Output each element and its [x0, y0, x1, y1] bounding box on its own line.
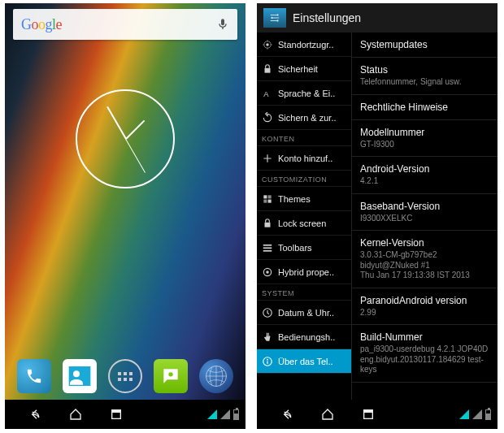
detail-item[interactable]: ParanoidAndroid version2.99 [352, 288, 497, 326]
svg-rect-16 [268, 199, 272, 202]
location-icon [262, 39, 273, 50]
detail-title: Status [360, 64, 489, 76]
phone-settings: Einstellungen Standortzugr.. Sicherheit … [257, 3, 497, 429]
detail-item[interactable]: Build-Nummerpa_i9300-userdebug 4.2.1 JOP… [352, 325, 497, 383]
backup-icon [262, 112, 273, 123]
detail-title: Systemupdates [360, 39, 489, 50]
signal-icon [220, 409, 230, 419]
clock-hour-hand [125, 120, 145, 140]
detail-subtitle: Telefonnummer, Signal usw. [360, 77, 489, 88]
svg-rect-5 [112, 410, 121, 413]
lock-icon [262, 63, 273, 75]
detail-title: ParanoidAndroid version [360, 295, 489, 306]
detail-title: Build-Nummer [360, 331, 489, 343]
settings-item-accessibility[interactable]: Bedienungsh.. [257, 325, 351, 349]
settings-item-language[interactable]: ASprache & Ei.. [257, 81, 351, 106]
detail-subtitle: I9300XXELKC [360, 214, 489, 224]
svg-point-6 [276, 14, 278, 15]
clock-minute-hand [106, 106, 127, 140]
signal-icon [472, 409, 482, 419]
recents-button[interactable] [359, 406, 377, 422]
back-button[interactable] [26, 406, 44, 422]
svg-rect-26 [267, 361, 267, 364]
detail-subtitle: pa_i9300-userdebug 4.2.1 JOP40D eng.bidy… [360, 344, 489, 375]
battery-icon [233, 409, 239, 420]
svg-point-1 [73, 370, 80, 377]
toolbars-icon [262, 242, 273, 253]
settings-detail-list[interactable]: SystemupdatesStatusTelefonnummer, Signal… [351, 32, 497, 400]
detail-item[interactable]: Android-Version4.2.1 [352, 157, 497, 194]
detail-item[interactable]: Kernel-Version3.0.31-CM-gb797be2 bidyut@… [352, 231, 497, 288]
section-header-accounts: KONTEN [257, 130, 351, 146]
settings-item-lockscreen[interactable]: Lock screen [257, 211, 351, 236]
themes-icon [262, 193, 273, 205]
contacts-app-icon[interactable] [63, 359, 97, 393]
detail-subtitle: 4.2.1 [360, 176, 489, 187]
detail-item[interactable]: StatusTelefonnummer, Signal usw. [352, 58, 497, 95]
settings-item-hybrid[interactable]: Hybrid prope.. [257, 260, 351, 284]
settings-item-security[interactable]: Sicherheit [257, 57, 351, 81]
wifi-icon [459, 409, 469, 419]
plus-icon [262, 153, 273, 164]
detail-title: Baseband-Version [360, 201, 489, 212]
svg-rect-11 [265, 67, 271, 72]
settings-item-backup[interactable]: Sichern & zur.. [257, 106, 351, 130]
settings-item-themes[interactable]: Themes [257, 187, 351, 211]
detail-title: Kernel-Version [360, 237, 489, 249]
section-header-customization: CUSTOMIZATION [257, 171, 351, 187]
detail-title: Rechtliche Hinweise [360, 102, 489, 113]
svg-rect-13 [263, 195, 267, 198]
hybrid-icon [262, 266, 273, 278]
battery-icon [485, 409, 491, 420]
detail-subtitle: 3.0.31-CM-gb797be2 bidyut@ZNuked #1 Thu … [360, 250, 489, 281]
dock [5, 353, 245, 400]
settings-item-location[interactable]: Standortzugr.. [257, 32, 351, 57]
app-drawer-button[interactable] [108, 359, 142, 393]
detail-subtitle: GT-I9300 [360, 140, 489, 150]
settings-header: Einstellungen [257, 3, 497, 32]
settings-item-datetime[interactable]: Datum & Uhr.. [257, 301, 351, 325]
back-button[interactable] [278, 406, 296, 422]
svg-rect-28 [364, 410, 373, 413]
detail-title: Modellnummer [360, 127, 489, 138]
svg-point-22 [266, 271, 269, 274]
svg-point-2 [168, 372, 172, 376]
clock-second-hand [125, 139, 146, 173]
svg-point-25 [267, 358, 268, 360]
recents-button[interactable] [107, 406, 125, 422]
search-bar[interactable]: Google [13, 9, 237, 40]
settings-item-add-account[interactable]: Konto hinzuf.. [257, 146, 351, 171]
info-icon [262, 356, 273, 367]
svg-rect-17 [265, 222, 271, 227]
phone-app-icon[interactable] [17, 359, 51, 393]
status-icons [459, 409, 491, 420]
detail-item[interactable]: ModellnummerGT-I9300 [352, 120, 497, 158]
language-icon: A [262, 88, 273, 99]
svg-rect-20 [263, 249, 272, 251]
browser-app-icon[interactable] [199, 359, 233, 393]
svg-rect-18 [263, 244, 272, 245]
home-button[interactable] [319, 406, 337, 422]
analog-clock-widget[interactable] [76, 89, 175, 188]
detail-item[interactable]: Baseband-VersionI9300XXELKC [352, 194, 497, 232]
header-title: Einstellungen [293, 11, 361, 24]
messaging-app-icon[interactable] [154, 359, 188, 393]
settings-item-about[interactable]: Über das Tel.. [257, 349, 351, 374]
clock-icon [262, 307, 273, 318]
microphone-icon[interactable] [216, 18, 229, 31]
lock-icon [262, 218, 273, 229]
wifi-icon [207, 409, 217, 419]
settings-item-toolbars[interactable]: Toolbars [257, 236, 351, 260]
svg-rect-19 [263, 247, 272, 249]
home-button[interactable] [67, 406, 85, 422]
phone-homescreen: Google [5, 3, 245, 429]
svg-rect-15 [263, 199, 267, 202]
settings-icon [263, 8, 286, 28]
detail-item[interactable]: Rechtliche Hinweise [352, 95, 497, 120]
detail-title: Android-Version [360, 163, 489, 175]
homescreen[interactable]: Google [5, 3, 245, 400]
settings-category-list[interactable]: Standortzugr.. Sicherheit ASprache & Ei.… [257, 32, 351, 400]
navigation-bar [257, 400, 497, 429]
google-logo: Google [21, 16, 62, 33]
detail-item[interactable]: Systemupdates [352, 32, 497, 58]
